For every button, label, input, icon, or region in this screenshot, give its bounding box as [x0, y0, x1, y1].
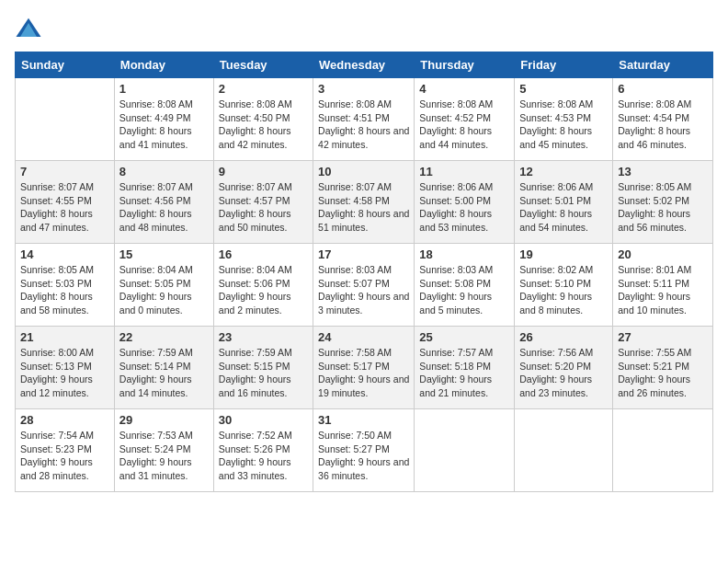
logo-icon	[15, 15, 42, 42]
day-info: Sunrise: 8:08 AMSunset: 4:51 PMDaylight:…	[318, 98, 409, 152]
day-number: 25	[419, 330, 509, 344]
day-info: Sunrise: 8:05 AMSunset: 5:03 PMDaylight:…	[20, 263, 109, 317]
header-monday: Monday	[114, 52, 213, 78]
day-info: Sunrise: 8:04 AMSunset: 5:06 PMDaylight:…	[219, 263, 308, 317]
day-number: 12	[519, 165, 608, 178]
day-info: Sunrise: 8:08 AMSunset: 4:54 PMDaylight:…	[618, 98, 708, 152]
calendar-cell	[415, 409, 515, 492]
calendar-cell: 7Sunrise: 8:07 AMSunset: 4:55 PMDaylight…	[16, 161, 115, 244]
calendar-cell: 29Sunrise: 7:53 AMSunset: 5:24 PMDayligh…	[114, 409, 213, 492]
header-sunday: Sunday	[16, 52, 115, 78]
day-info: Sunrise: 8:03 AMSunset: 5:07 PMDaylight:…	[318, 263, 409, 317]
calendar-cell: 10Sunrise: 8:07 AMSunset: 4:58 PMDayligh…	[313, 161, 415, 244]
calendar-cell: 19Sunrise: 8:02 AMSunset: 5:10 PMDayligh…	[515, 244, 613, 327]
calendar-cell: 22Sunrise: 7:59 AMSunset: 5:14 PMDayligh…	[114, 327, 213, 409]
day-info: Sunrise: 8:06 AMSunset: 5:00 PMDaylight:…	[419, 180, 509, 235]
calendar-week-row: 14Sunrise: 8:05 AMSunset: 5:03 PMDayligh…	[16, 244, 713, 327]
day-number: 11	[419, 165, 509, 178]
day-number: 4	[419, 82, 509, 96]
day-number: 1	[119, 82, 209, 96]
day-info: Sunrise: 7:53 AMSunset: 5:24 PMDaylight:…	[119, 429, 209, 483]
day-number: 26	[519, 330, 608, 344]
header-friday: Friday	[515, 52, 613, 78]
header-tuesday: Tuesday	[213, 52, 313, 78]
calendar-cell: 14Sunrise: 8:05 AMSunset: 5:03 PMDayligh…	[16, 244, 115, 327]
day-info: Sunrise: 8:08 AMSunset: 4:49 PMDaylight:…	[119, 98, 209, 152]
calendar-cell: 21Sunrise: 8:00 AMSunset: 5:13 PMDayligh…	[16, 327, 115, 409]
day-info: Sunrise: 8:07 AMSunset: 4:57 PMDaylight:…	[219, 180, 308, 235]
calendar-cell: 30Sunrise: 7:52 AMSunset: 5:26 PMDayligh…	[213, 409, 313, 492]
day-info: Sunrise: 7:55 AMSunset: 5:21 PMDaylight:…	[618, 346, 708, 400]
day-number: 23	[219, 330, 308, 344]
calendar-cell	[613, 409, 713, 492]
day-number: 9	[219, 165, 308, 178]
calendar-cell: 15Sunrise: 8:04 AMSunset: 5:05 PMDayligh…	[114, 244, 213, 327]
day-number: 31	[318, 413, 409, 427]
page-header	[15, 15, 713, 42]
day-number: 3	[318, 82, 409, 96]
day-number: 22	[119, 330, 209, 344]
day-number: 13	[618, 165, 708, 178]
day-info: Sunrise: 7:57 AMSunset: 5:18 PMDaylight:…	[419, 346, 509, 400]
day-info: Sunrise: 7:56 AMSunset: 5:20 PMDaylight:…	[519, 346, 608, 400]
day-number: 10	[318, 165, 409, 178]
day-info: Sunrise: 8:08 AMSunset: 4:53 PMDaylight:…	[519, 98, 608, 152]
day-number: 8	[119, 165, 209, 178]
calendar-cell: 20Sunrise: 8:01 AMSunset: 5:11 PMDayligh…	[613, 244, 713, 327]
header-saturday: Saturday	[613, 52, 713, 78]
calendar-cell: 11Sunrise: 8:06 AMSunset: 5:00 PMDayligh…	[415, 161, 515, 244]
calendar-cell: 3Sunrise: 8:08 AMSunset: 4:51 PMDaylight…	[313, 78, 415, 161]
day-number: 5	[519, 82, 608, 96]
day-number: 14	[20, 247, 109, 261]
calendar-cell: 27Sunrise: 7:55 AMSunset: 5:21 PMDayligh…	[613, 327, 713, 409]
day-info: Sunrise: 7:54 AMSunset: 5:23 PMDaylight:…	[20, 429, 109, 483]
day-number: 28	[20, 413, 109, 427]
day-number: 18	[419, 247, 509, 261]
header-wednesday: Wednesday	[313, 52, 415, 78]
calendar-week-row: 21Sunrise: 8:00 AMSunset: 5:13 PMDayligh…	[16, 327, 713, 409]
day-number: 15	[119, 247, 209, 261]
calendar-cell: 24Sunrise: 7:58 AMSunset: 5:17 PMDayligh…	[313, 327, 415, 409]
day-info: Sunrise: 8:01 AMSunset: 5:11 PMDaylight:…	[618, 263, 708, 317]
day-number: 24	[318, 330, 409, 344]
calendar-cell: 8Sunrise: 8:07 AMSunset: 4:56 PMDaylight…	[114, 161, 213, 244]
day-info: Sunrise: 8:08 AMSunset: 4:52 PMDaylight:…	[419, 98, 509, 152]
calendar-cell: 26Sunrise: 7:56 AMSunset: 5:20 PMDayligh…	[515, 327, 613, 409]
day-number: 2	[219, 82, 308, 96]
calendar-table: SundayMondayTuesdayWednesdayThursdayFrid…	[15, 52, 713, 492]
day-info: Sunrise: 7:50 AMSunset: 5:27 PMDaylight:…	[318, 429, 409, 483]
header-thursday: Thursday	[415, 52, 515, 78]
logo	[15, 15, 46, 42]
calendar-cell: 2Sunrise: 8:08 AMSunset: 4:50 PMDaylight…	[213, 78, 313, 161]
calendar-cell: 25Sunrise: 7:57 AMSunset: 5:18 PMDayligh…	[415, 327, 515, 409]
calendar-cell: 12Sunrise: 8:06 AMSunset: 5:01 PMDayligh…	[515, 161, 613, 244]
day-number: 17	[318, 247, 409, 261]
day-info: Sunrise: 8:07 AMSunset: 4:58 PMDaylight:…	[318, 180, 409, 235]
day-number: 20	[618, 247, 708, 261]
day-info: Sunrise: 7:59 AMSunset: 5:14 PMDaylight:…	[119, 346, 209, 400]
day-number: 6	[618, 82, 708, 96]
calendar-week-row: 1Sunrise: 8:08 AMSunset: 4:49 PMDaylight…	[16, 78, 713, 161]
calendar-cell: 13Sunrise: 8:05 AMSunset: 5:02 PMDayligh…	[613, 161, 713, 244]
day-info: Sunrise: 7:58 AMSunset: 5:17 PMDaylight:…	[318, 346, 409, 400]
calendar-week-row: 7Sunrise: 8:07 AMSunset: 4:55 PMDaylight…	[16, 161, 713, 244]
day-number: 30	[219, 413, 308, 427]
day-number: 7	[20, 165, 109, 178]
calendar-cell: 1Sunrise: 8:08 AMSunset: 4:49 PMDaylight…	[114, 78, 213, 161]
calendar-cell: 6Sunrise: 8:08 AMSunset: 4:54 PMDaylight…	[613, 78, 713, 161]
calendar-cell: 16Sunrise: 8:04 AMSunset: 5:06 PMDayligh…	[213, 244, 313, 327]
day-info: Sunrise: 8:07 AMSunset: 4:56 PMDaylight:…	[119, 180, 209, 235]
day-info: Sunrise: 8:05 AMSunset: 5:02 PMDaylight:…	[618, 180, 708, 235]
day-number: 29	[119, 413, 209, 427]
calendar-header-row: SundayMondayTuesdayWednesdayThursdayFrid…	[16, 52, 713, 78]
day-info: Sunrise: 8:02 AMSunset: 5:10 PMDaylight:…	[519, 263, 608, 317]
day-info: Sunrise: 8:04 AMSunset: 5:05 PMDaylight:…	[119, 263, 209, 317]
calendar-cell: 9Sunrise: 8:07 AMSunset: 4:57 PMDaylight…	[213, 161, 313, 244]
day-info: Sunrise: 8:06 AMSunset: 5:01 PMDaylight:…	[519, 180, 608, 235]
calendar-cell: 17Sunrise: 8:03 AMSunset: 5:07 PMDayligh…	[313, 244, 415, 327]
day-info: Sunrise: 7:59 AMSunset: 5:15 PMDaylight:…	[219, 346, 308, 400]
day-number: 19	[519, 247, 608, 261]
calendar-cell	[515, 409, 613, 492]
day-number: 21	[20, 330, 109, 344]
day-info: Sunrise: 8:03 AMSunset: 5:08 PMDaylight:…	[419, 263, 509, 317]
